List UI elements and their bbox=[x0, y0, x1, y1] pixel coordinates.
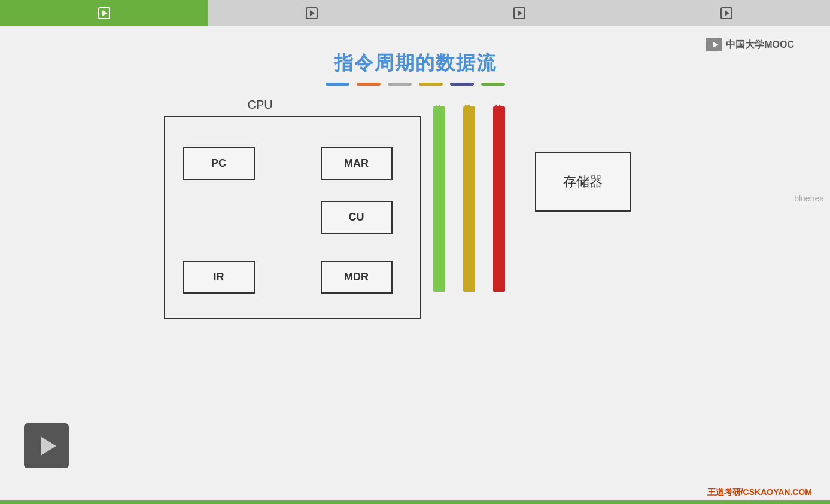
data-bus: 数据总线 bbox=[463, 98, 475, 292]
diagram-area: CPU PC MAR CU IR MDR bbox=[146, 98, 685, 361]
mdr-box: MDR bbox=[321, 261, 393, 294]
play-icon-4 bbox=[720, 7, 732, 19]
data-bus-label: 数据总线 bbox=[464, 98, 475, 103]
play-icon-2 bbox=[306, 7, 318, 19]
legend-5 bbox=[450, 83, 474, 86]
control-bus-bar bbox=[493, 106, 505, 292]
nav-segment-3[interactable] bbox=[415, 0, 623, 26]
bottom-green-bar bbox=[0, 500, 830, 504]
cpu-box: PC MAR CU IR MDR bbox=[164, 116, 421, 319]
legend-bar bbox=[326, 83, 505, 86]
legend-3 bbox=[388, 83, 412, 86]
ir-box: IR bbox=[183, 261, 255, 294]
play-icon-3 bbox=[513, 7, 525, 19]
cpu-label: CPU bbox=[248, 98, 273, 112]
legend-6 bbox=[481, 83, 505, 86]
bottom-play-icon bbox=[41, 436, 56, 456]
side-watermark: bluehea bbox=[794, 194, 824, 203]
mar-box: MAR bbox=[321, 147, 393, 180]
nav-segment-1[interactable] bbox=[0, 0, 208, 26]
legend-4 bbox=[419, 83, 443, 86]
data-bus-bar bbox=[463, 106, 475, 292]
main-content: 中国大学MOOC 指令周期的数据流 CPU PC MAR CU bbox=[0, 26, 830, 504]
mooc-logo: 中国大学MOOC bbox=[706, 38, 794, 51]
slide-title: 指令周期的数据流 bbox=[334, 50, 497, 77]
legend-2 bbox=[357, 83, 381, 86]
play-icon-1 bbox=[98, 7, 110, 19]
address-bus-label: 地址总线 bbox=[434, 98, 445, 103]
address-bus: 地址总线 bbox=[433, 98, 445, 292]
address-bus-bar bbox=[433, 106, 445, 292]
control-bus: 控制总线 bbox=[493, 98, 505, 292]
nav-segment-2[interactable] bbox=[208, 0, 415, 26]
logo-icon bbox=[706, 38, 722, 51]
bottom-play-button[interactable] bbox=[24, 423, 69, 468]
cu-box: CU bbox=[321, 201, 393, 234]
logo-text: 中国大学MOOC bbox=[726, 39, 794, 51]
nav-segment-4[interactable] bbox=[623, 0, 830, 26]
pc-box: PC bbox=[183, 147, 255, 180]
top-navigation-bar bbox=[0, 0, 830, 26]
storage-box: 存储器 bbox=[535, 152, 631, 212]
bottom-watermark: 王道考研/CSKAOYAN.COM bbox=[707, 487, 812, 498]
legend-1 bbox=[326, 83, 349, 86]
control-bus-label: 控制总线 bbox=[494, 98, 504, 103]
